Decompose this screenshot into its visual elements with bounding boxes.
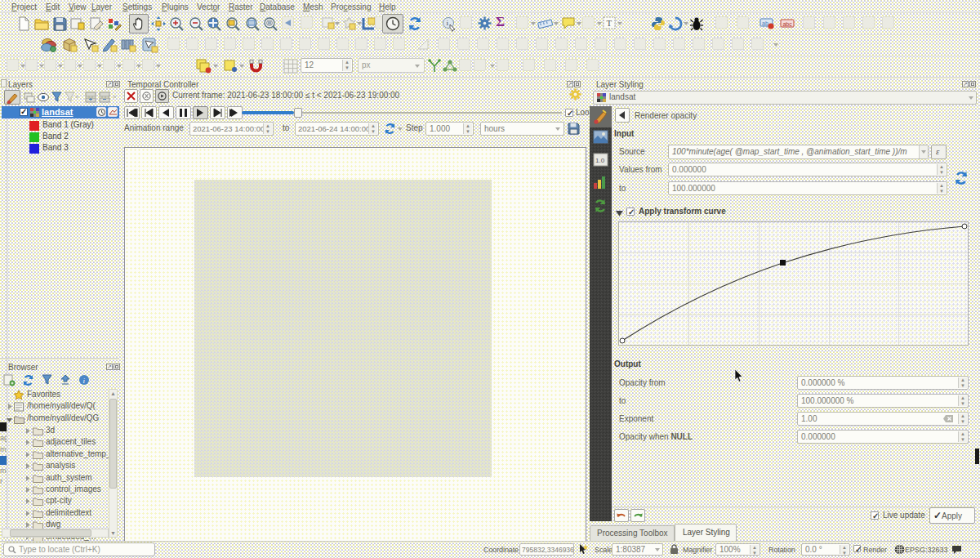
svg-text:abc: abc (782, 21, 792, 27)
svg-text:T: T (607, 18, 612, 28)
svg-text:ab: ab (762, 20, 768, 26)
svg-text:1.0: 1.0 (595, 157, 605, 164)
